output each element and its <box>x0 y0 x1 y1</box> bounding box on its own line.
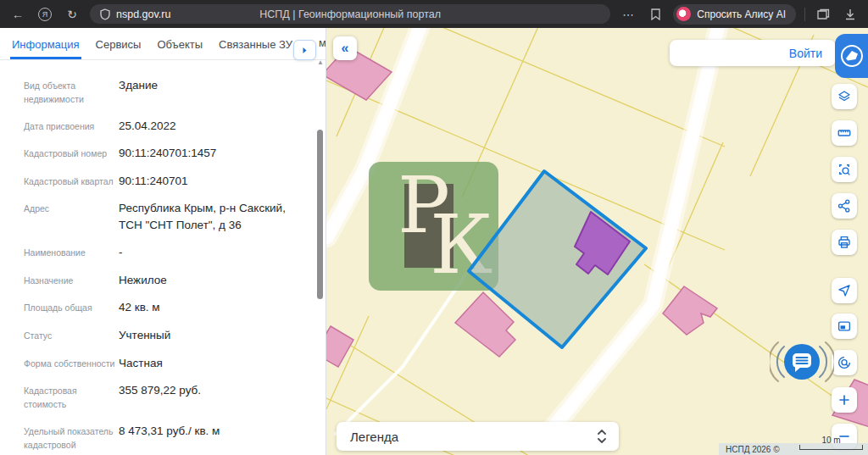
panel-tabs: Информация Сервисы Объекты Связанные ЗУ <box>0 28 326 60</box>
plus-icon <box>837 392 852 408</box>
locate-arrow-icon <box>837 283 852 298</box>
attribute-value: - <box>115 244 307 261</box>
alice-icon <box>676 7 691 21</box>
legend-bar[interactable]: Легенда <box>337 422 619 451</box>
attribute-value: 8 473,31 руб./ кв. м <box>115 423 307 452</box>
spatial-search-icon <box>837 162 852 177</box>
collapse-panel-button[interactable]: « <box>333 36 357 60</box>
ruler-icon <box>837 125 852 141</box>
attribute-row: НазначениеНежилое <box>24 272 307 289</box>
more-options-icon[interactable]: ⋯ <box>619 5 637 24</box>
attribute-value: Здание <box>115 77 307 107</box>
selected-parcel-polygon <box>469 171 646 347</box>
attribute-label: Кадастровый номер <box>24 145 115 162</box>
tab-objects[interactable]: Объекты <box>155 31 204 59</box>
chevron-right-icon <box>302 47 308 54</box>
bookmark-icon[interactable] <box>646 5 665 24</box>
login-bar[interactable]: Войти <box>670 40 836 66</box>
share-icon <box>837 198 852 214</box>
attributes-list: Вид объекта недвижимостиЗдание Дата прис… <box>24 77 307 455</box>
expand-collapse-icon[interactable] <box>597 429 607 444</box>
attribution-text: НСПД 2026 © <box>726 445 780 454</box>
attribute-row: Площадь общая42 кв. м <box>24 299 307 316</box>
attribute-label: Статус <box>24 327 115 344</box>
attribute-value: Учтенный <box>115 327 307 344</box>
attribute-row: СтатусУчтенный <box>24 327 307 344</box>
chat-bubble-icon <box>770 332 834 391</box>
attribute-label: Дата присвоения <box>24 118 115 135</box>
legend-label: Легенда <box>350 430 398 444</box>
ruler-button[interactable] <box>832 120 857 146</box>
attribute-value: 355 879,22 руб. <box>115 382 307 412</box>
attribute-value: Частная <box>115 355 307 372</box>
tabs-scroll-right-button[interactable] <box>293 40 316 60</box>
support-chat-button[interactable] <box>770 332 834 391</box>
url-text: nspd.gov.ru <box>116 8 170 20</box>
scale-control: 10 m <box>799 436 863 450</box>
login-button[interactable]: Войти <box>789 47 822 60</box>
attribute-label: Кадастровая стоимость <box>24 382 115 412</box>
attribute-label: Площадь общая <box>24 299 115 316</box>
tab-groups-icon[interactable] <box>814 5 832 24</box>
attribute-value: Республика Крым, р-н Сакский, ТСН "СНТ П… <box>115 200 307 233</box>
print-icon <box>837 235 852 250</box>
attribute-value: 42 кв. м <box>115 299 307 316</box>
attribute-row: Кадастровый номер90:11:240701:1457 <box>24 145 307 162</box>
tab-related-parcels[interactable]: Связанные ЗУ <box>217 31 294 59</box>
attribute-row: АдресРеспублика Крым, р-н Сакский, ТСН "… <box>24 200 307 233</box>
identify-button[interactable] <box>832 350 857 375</box>
attribute-value: Нежилое <box>115 272 307 289</box>
attribute-label: Адрес <box>24 200 115 233</box>
attribute-value: 90:11:240701:1457 <box>115 145 307 162</box>
scroll-up-arrow[interactable]: ▲ <box>317 58 324 66</box>
attribute-row: Кадастровая стоимость355 879,22 руб. <box>24 382 307 412</box>
attribute-label: Удельный показатель кадастровой <box>24 423 115 452</box>
map-viewport[interactable]: Р К « Войти <box>326 28 868 455</box>
attribute-value: 90:11:240701 <box>115 173 307 190</box>
ask-alice-label: Спросить Алису AI <box>697 8 786 20</box>
attribute-label: Форма собственности <box>24 355 115 372</box>
attribute-row: Наименование- <box>24 244 307 261</box>
screen: ← Я ↻ nspd.gov.ru НСПД | Геоинформационн… <box>0 0 868 455</box>
yandex-profile-icon[interactable]: Я <box>36 5 54 24</box>
clipped-tab-fragment: м <box>319 36 326 49</box>
browser-toolbar: ← Я ↻ nspd.gov.ru НСПД | Геоинформационн… <box>0 0 868 28</box>
overview-map-button[interactable] <box>832 314 857 339</box>
toolbar-divider <box>804 8 805 21</box>
download-icon[interactable] <box>841 5 860 24</box>
identify-search-icon <box>837 355 852 370</box>
shield-icon <box>100 8 110 20</box>
attribute-value: 25.04.2022 <box>115 118 307 135</box>
attribute-row: Кадастровый квартал90:11:240701 <box>24 173 307 190</box>
ask-alice-button[interactable]: Спросить Алису AI <box>673 4 796 25</box>
attribute-label: Назначение <box>24 272 115 289</box>
address-bar[interactable]: nspd.gov.ru НСПД | Геоинформационный пор… <box>90 4 610 24</box>
sidebar-widget-icon <box>839 43 865 69</box>
zoom-in-button[interactable] <box>832 387 857 413</box>
layers-icon <box>837 89 852 104</box>
refresh-icon[interactable]: ↻ <box>63 5 81 24</box>
scale-label: 10 m <box>799 436 863 445</box>
scale-bar <box>799 445 863 450</box>
layers-button[interactable] <box>832 84 857 109</box>
browser-sidebar-widget[interactable] <box>835 34 868 78</box>
spatial-search-button[interactable] <box>832 157 857 182</box>
attribute-label: Кадастровый квартал <box>24 173 115 190</box>
panel-scrollbar[interactable] <box>317 130 323 299</box>
yandex-circle-icon: Я <box>38 8 52 21</box>
tab-information[interactable]: Информация <box>10 31 81 59</box>
attribute-row: Удельный показатель кадастровой8 473,31 … <box>24 423 307 452</box>
attribute-label: Наименование <box>24 244 115 261</box>
attribute-row: Вид объекта недвижимостиЗдание <box>24 77 307 107</box>
attribute-label: Вид объекта недвижимости <box>24 77 115 107</box>
print-button[interactable] <box>832 230 857 255</box>
overview-map-icon <box>837 319 852 334</box>
attribute-row: Дата присвоения25.04.2022 <box>24 118 307 135</box>
object-info-panel: Информация Сервисы Объекты Связанные ЗУ … <box>0 28 326 455</box>
back-icon[interactable]: ← <box>8 5 27 24</box>
tab-services[interactable]: Сервисы <box>94 31 143 59</box>
locate-button[interactable] <box>832 278 857 303</box>
share-button[interactable] <box>832 193 857 219</box>
attribute-row: Форма собственностиЧастная <box>24 355 307 372</box>
